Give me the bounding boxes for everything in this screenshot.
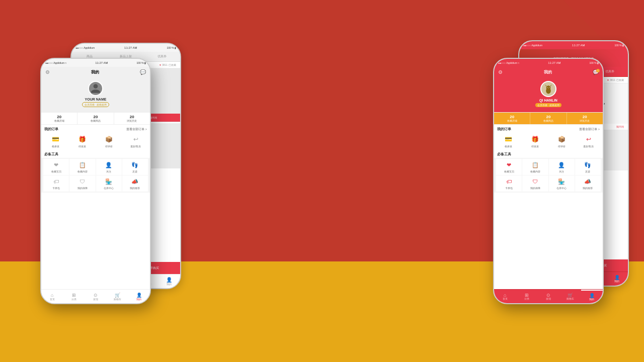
tool-content[interactable]: 📋收藏内容 — [69, 159, 95, 175]
left-nav-discover[interactable]: ⊙发现 — [85, 290, 106, 303]
left-nav-category[interactable]: ⊞分类 — [63, 290, 85, 303]
svg-point-4 — [547, 87, 548, 88]
right-stat-goods: 20 收藏商品 — [530, 113, 567, 124]
right-order-review[interactable]: 📦 待评价 — [552, 135, 572, 148]
right-order-payment[interactable]: 💳 格拼发 — [499, 135, 519, 148]
right-tool-history[interactable]: 👣足迹 — [575, 159, 601, 175]
left-app-header: ⚙ 我的 💬 — [41, 67, 150, 77]
battery-left: 100 % ▮ — [167, 46, 176, 49]
right-nav-mine-active[interactable]: 👤我的 — [581, 290, 603, 303]
left-stats: 20 收藏店铺 20 收藏商品 20 浏览历史 — [41, 112, 150, 125]
left-nav-home[interactable]: ⌂首页 — [41, 290, 63, 303]
right-tool-recommend[interactable]: 📣我的推荐 — [575, 175, 601, 192]
right-order-title: 我的订单 查看全部订单 > — [494, 125, 603, 133]
stat-history: 20 浏览历史 — [114, 113, 150, 124]
tool-history[interactable]: 👣足迹 — [122, 159, 148, 175]
tools-section-title-left: 必备工具 — [41, 150, 150, 158]
front-phone-right: ●●○○○ Applidium ≈ 11:27 AM 100 % ▮ ⚙ 我的 … — [493, 58, 604, 304]
right-status-bar: ●●○○○ Applidium ≈ 11:27 AM 100 % ▮ — [494, 59, 603, 67]
left-carrier: ●●○○○ Applidium ≈ — [45, 61, 66, 64]
left-battery: 100 % ▮ — [136, 61, 146, 64]
right-order-shipped[interactable]: 🎁 待发发 — [525, 135, 545, 148]
tool-warehouse[interactable]: 🏪仓库中心 — [96, 175, 122, 192]
right-phone-group: ●●○○○ Applidium 11:27 AM 100 % ▮ 不花钱野花广，… — [493, 58, 604, 304]
message-icon-left[interactable]: 💬 — [140, 69, 146, 75]
svg-point-1 — [546, 85, 551, 90]
svg-point-5 — [549, 87, 549, 88]
svg-point-6 — [548, 88, 549, 89]
right-settings-icon[interactable]: ⚙ — [498, 69, 503, 75]
right-tools-title: 必备工具 — [494, 150, 603, 158]
order-refund[interactable]: ↩ 退款/售后 — [126, 135, 146, 148]
page-title-left: 我的 — [50, 69, 140, 75]
left-bottom-nav: ⌂首页 ⊞分类 ⊙发现 🛒购物车 👤我的 — [41, 289, 150, 303]
settings-icon[interactable]: ⚙ — [45, 69, 50, 75]
right-tools-grid: ❤收藏宝贝 📋收藏内容 👤关注 👣足迹 🏷卡券包 🛡我的保障 🏪仓库中心 📣我的… — [494, 158, 603, 193]
left-status-bar: ●●○○○ Applidium ≈ 11:27 AM 100 % ▮ — [41, 59, 150, 67]
tool-fav[interactable]: ❤收藏宝贝 — [43, 159, 69, 175]
right-tool-content[interactable]: 📋收藏内容 — [522, 159, 548, 175]
order-icons-left: 💳 格拼发 🎁 待发发 📦 待评价 ↩ 退款/售后 — [41, 133, 150, 150]
left-profile: YOUR NAME 会员等级 · 超级超用 — [41, 77, 150, 112]
right-message-icon[interactable]: 💬1 — [593, 69, 599, 75]
order-review[interactable]: 📦 待评价 — [99, 135, 119, 148]
right-stats: 20 收藏店铺 20 收藏商品 20 浏览历史 — [494, 112, 603, 125]
right-bottom-nav: ⌂首页 ⊞分类 ⊙发现 🛒购物车 👤我的 — [494, 289, 603, 303]
order-payment[interactable]: 💳 格拼发 — [46, 135, 66, 148]
stat-stores: 20 收藏店铺 — [41, 113, 77, 124]
left-time: 11:27 AM — [95, 61, 108, 64]
right-app-header: ⚙ 我的 💬1 — [494, 67, 603, 77]
right-tool-warehouse[interactable]: 🏪仓库中心 — [549, 175, 575, 192]
right-nav-cart[interactable]: 🛒购物车 — [559, 290, 581, 303]
right-order-refund[interactable]: ↩ 退款/售后 — [579, 135, 599, 148]
right-tool-coupon[interactable]: 🏷卡券包 — [496, 175, 522, 192]
back-status-bar: ●●○○○ Applidium 11:27 AM 100 % ▮ — [71, 44, 180, 52]
left-nav-mine[interactable]: 👤我的 — [128, 290, 150, 303]
rb-nav-mine[interactable]: 👤我的 — [606, 272, 628, 286]
right-nav-home[interactable]: ⌂首页 — [494, 290, 516, 303]
time-left: 11:27 AM — [124, 46, 137, 49]
member-badge-left: 会员等级 · 超级超用 — [82, 102, 109, 107]
stat-goods: 20 收藏商品 — [77, 113, 114, 124]
front-phone-left: ●●○○○ Applidium ≈ 11:27 AM 100 % ▮ ⚙ 我的 … — [40, 58, 151, 304]
right-stat-stores: 20 收藏店铺 — [494, 113, 530, 124]
username-right: QI HANLIN — [539, 99, 557, 102]
avatar-left — [88, 81, 103, 96]
order-shipped[interactable]: 🎁 待发发 — [72, 135, 93, 148]
tool-protect[interactable]: 🛡我的保障 — [69, 175, 95, 192]
right-tool-follow[interactable]: 👤关注 — [549, 159, 575, 175]
username-left: YOUR NAME — [85, 98, 107, 101]
left-nav-cart[interactable]: 🛒购物车 — [107, 290, 128, 303]
tool-follow[interactable]: 👤关注 — [96, 159, 122, 175]
member-badge-right: 会员等级 · 超级超用 — [535, 103, 561, 107]
page-title-right: 我的 — [503, 69, 593, 75]
right-order-icons: 💳 格拼发 🎁 待发发 📦 待评价 ↩ 退款/售后 — [494, 133, 603, 150]
nav-mine[interactable]: 👤我的 — [158, 275, 180, 288]
right-tool-fav[interactable]: ❤收藏宝贝 — [496, 159, 522, 175]
carrier-left: ●●○○○ Applidium — [75, 46, 95, 49]
tool-recommend[interactable]: 📣我的推荐 — [122, 175, 148, 192]
right-profile: QI HANLIN 会员等级 · 超级超用 — [494, 77, 603, 112]
right-tool-protect[interactable]: 🛡我的保障 — [522, 175, 548, 192]
tools-grid-left: ❤收藏宝贝 📋收藏内容 👤关注 👣足迹 🏷卡券包 🛡我的保障 🏪仓库中心 📣我的… — [41, 158, 150, 193]
right-nav-cat[interactable]: ⊞分类 — [516, 290, 537, 303]
tool-coupon[interactable]: 🏷卡券包 — [43, 175, 69, 192]
avatar-right — [540, 81, 556, 97]
order-section-title-left: 我的订单 查看全部订单 > — [41, 125, 150, 133]
right-back-status: ●●○○○ Applidium 11:27 AM 100 % ▮ — [519, 41, 628, 49]
right-stat-history: 20 浏览历史 — [567, 113, 603, 124]
right-nav-disc[interactable]: ⊙发现 — [537, 290, 559, 303]
left-phone-group: ●●○○○ Applidium 11:27 AM 100 % ▮ 商品 新品上架… — [40, 58, 151, 304]
